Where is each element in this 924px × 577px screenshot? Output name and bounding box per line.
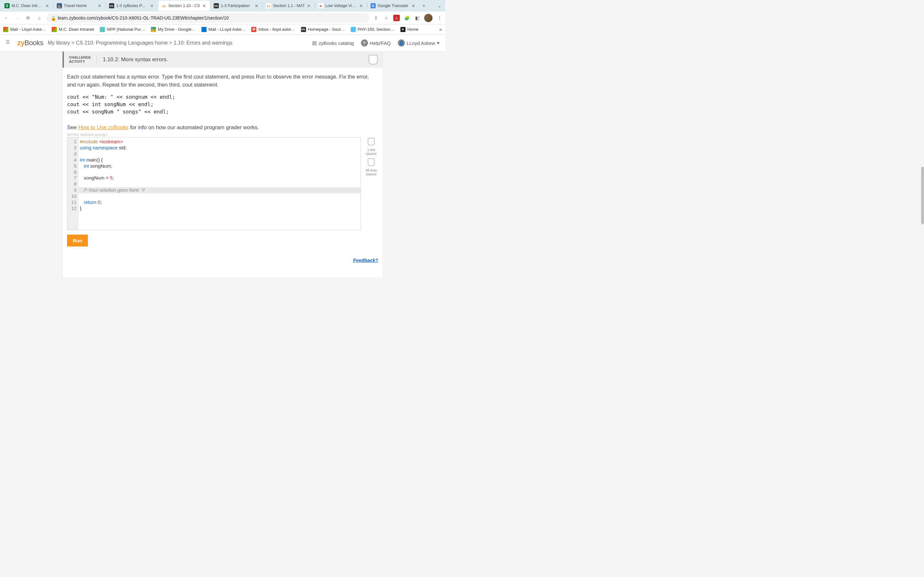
favicon <box>3 27 8 32</box>
bookmark-item[interactable]: My Drive - Google… <box>151 27 196 32</box>
lock-icon: 🔒 <box>51 16 55 20</box>
code-area[interactable]: #include <iostream> using namespace std;… <box>79 137 360 230</box>
tab-title: Low Voltage Video <box>325 3 357 8</box>
activity-card: CHALLENGE ACTIVITY 1.10.2: More syntax e… <box>62 52 383 278</box>
browser-tab[interactable]: D2L1-3 zyBooks Participation✕ <box>106 1 158 11</box>
tab-title: Section 1.1 - MAT <box>273 3 305 8</box>
shield-icon <box>368 55 378 64</box>
menu-icon[interactable]: ⋮ <box>436 15 443 21</box>
catalog-link[interactable]: ▤zyBooks catalog <box>312 40 354 46</box>
favicon: D2L <box>301 27 306 32</box>
how-to-link[interactable]: How to Use zyBooks <box>78 124 129 131</box>
forward-button[interactable]: → <box>13 14 21 22</box>
breadcrumb[interactable]: My library > CS 210: Programming Languag… <box>48 40 232 46</box>
bookmark-item[interactable]: M.C. Dean Intranet <box>52 27 94 32</box>
star-icon[interactable]: ☆ <box>383 15 389 21</box>
zybooks-header: ☰ zyBooks My library > CS 210: Programmi… <box>0 35 445 52</box>
favicon <box>351 27 356 32</box>
tab-title: Section 1.10 - CS <box>168 3 200 8</box>
tab-title: Travel Home <box>64 3 96 8</box>
zybooks-logo[interactable]: zyBooks <box>17 39 43 47</box>
close-icon[interactable]: ✕ <box>45 3 50 8</box>
browser-tab[interactable]: $M.C. Dean Intranet✕ <box>1 1 53 11</box>
tab-title: M.C. Dean Intranet <box>11 3 44 8</box>
share-icon[interactable]: ⇧ <box>373 15 379 21</box>
address-bar[interactable]: 🔒 learn.zybooks.com/zybook/CS-210-X6051-… <box>46 13 370 23</box>
user-icon: 👤 <box>398 39 405 47</box>
sample-code: cout << "Num: " << songnum << endl; cout… <box>67 93 378 116</box>
code-editor[interactable]: 123456789101112 #include <iostream> usin… <box>67 137 361 230</box>
favicon: ⛵ <box>57 3 62 8</box>
profile-avatar[interactable] <box>424 14 433 22</box>
favicon: e• <box>318 3 323 8</box>
tab-overflow-icon[interactable]: ⌄ <box>438 3 441 8</box>
bookmark-item[interactable]: Mail - Lloyd Aske… <box>3 27 46 32</box>
favicon: zy <box>266 3 271 8</box>
activity-badge: CHALLENGE ACTIVITY <box>69 55 91 64</box>
home-button[interactable]: ⌂ <box>35 14 43 22</box>
browser-tab-active[interactable]: zySection 1.10 - CS✕ <box>158 1 210 11</box>
list-icon: ▤ <box>312 40 317 46</box>
activity-title: 1.10.2: More syntax errors. <box>103 56 168 63</box>
bookmark-item[interactable]: ▾Home <box>401 27 419 32</box>
close-icon[interactable]: ✕ <box>150 3 155 8</box>
close-icon[interactable]: ✕ <box>98 3 102 8</box>
favicon: M <box>251 27 256 32</box>
line-gutter: 123456789101112 <box>67 137 79 230</box>
bookmark-item[interactable]: MInbox - lloyd.aske… <box>251 27 295 32</box>
instructions-text: Each cout statement has a syntax error. … <box>67 73 378 89</box>
browser-tab[interactable]: GGoogle Translate✕ <box>367 1 419 11</box>
favicon: ▾ <box>401 27 405 32</box>
close-icon[interactable]: ✕ <box>307 3 312 8</box>
pdf-extension-icon[interactable]: 人 <box>393 15 400 21</box>
bookmark-item[interactable]: D2LHomepage - Sout… <box>301 27 345 32</box>
close-icon[interactable]: ✕ <box>202 3 207 8</box>
tab-title: 1-3 Participation <box>221 3 253 8</box>
feedback-link[interactable]: Feedback? <box>353 258 378 263</box>
back-button[interactable]: ← <box>3 14 10 22</box>
close-icon[interactable]: ✕ <box>359 3 364 8</box>
favicon <box>151 27 156 32</box>
close-icon[interactable]: ✕ <box>412 3 416 8</box>
user-menu[interactable]: 👤LLoyd Askew▾ <box>398 39 439 47</box>
tab-title: Google Translate <box>378 3 410 8</box>
bookmarks-bar: Mail - Lloyd Aske… M.C. Dean Intranet NP… <box>0 24 445 35</box>
shield-icon <box>368 158 375 166</box>
see-link-line: See How to Use zyBooks for info on how o… <box>67 124 378 131</box>
sidepanel-icon[interactable]: ◧ <box>414 15 420 21</box>
extensions-icon[interactable]: 🧩 <box>404 15 410 21</box>
help-link[interactable]: ?Help/FAQ <box>361 39 391 47</box>
browser-tab-strip: $M.C. Dean Intranet✕ ⛵Travel Home✕ D2L1-… <box>0 0 445 11</box>
shield-icon <box>368 138 375 145</box>
favicon <box>202 27 207 32</box>
new-tab-button[interactable]: ＋ <box>419 1 428 10</box>
bookmark-item[interactable]: Mail - LLoyd Aske… <box>202 27 246 32</box>
url-text: learn.zybooks.com/zybook/CS-210-X6051-OL… <box>58 15 229 21</box>
browser-tab[interactable]: e•Low Voltage Video✕ <box>315 1 367 11</box>
status-all-tests: All tests passed <box>364 169 378 176</box>
status-1-test: 1 test passed <box>364 148 378 156</box>
favicon: D2L <box>214 3 219 8</box>
favicon: zy <box>162 3 166 8</box>
reload-button[interactable]: ⟳ <box>24 14 32 22</box>
bookmark-item[interactable]: PHY-150, Section… <box>351 27 395 32</box>
favicon: $ <box>5 3 10 8</box>
close-icon[interactable]: ✕ <box>255 3 259 8</box>
run-button[interactable]: Run <box>67 235 88 247</box>
browser-tab[interactable]: zySection 1.1 - MAT✕ <box>263 1 315 11</box>
favicon <box>100 27 105 32</box>
bookmark-item[interactable]: NPP (National Pur… <box>100 27 145 32</box>
test-status-column: 1 test passed All tests passed <box>364 137 378 176</box>
browser-tab[interactable]: ⛵Travel Home✕ <box>53 1 105 11</box>
page-content: CHALLENGE ACTIVITY 1.10.2: More syntax e… <box>0 52 445 278</box>
chevron-down-icon: ▾ <box>437 40 439 46</box>
help-icon: ? <box>361 39 368 47</box>
favicon: G <box>371 3 376 8</box>
menu-icon[interactable]: ☰ <box>6 39 13 47</box>
activity-header: CHALLENGE ACTIVITY 1.10.2: More syntax e… <box>63 52 383 68</box>
feedback-row: Feedback? <box>63 251 383 267</box>
browser-tab[interactable]: D2L1-3 Participation✕ <box>210 1 262 11</box>
favicon: D2L <box>109 3 114 8</box>
bookmark-overflow-icon[interactable]: » <box>439 27 442 32</box>
favicon <box>52 27 57 32</box>
